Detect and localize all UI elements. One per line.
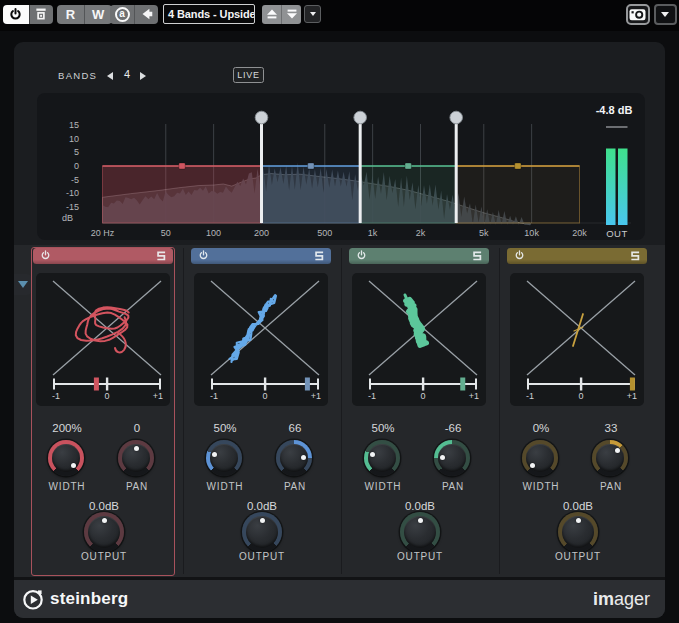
solo-icon	[315, 251, 324, 261]
live-button[interactable]: LIVE	[233, 67, 264, 83]
output-label: OUTPUT	[239, 551, 285, 562]
output-value: 0.0dB	[563, 500, 593, 512]
out-label: OUT	[606, 228, 628, 239]
band-power-button[interactable]	[198, 250, 209, 261]
width-label: WIDTH	[49, 481, 86, 492]
freq-axis-tick: 500	[317, 228, 332, 238]
knob-indicator-dot	[576, 518, 581, 523]
correlation-scale-max: +1	[469, 391, 479, 401]
band-solo-button[interactable]	[473, 251, 482, 261]
band-column-3: -1 0 +1 50% -66 WIDTH PAN 0.0dB OUTPUT	[348, 246, 490, 576]
collapse-tab[interactable]	[14, 274, 31, 295]
output-value: 0.0dB	[247, 500, 277, 512]
freq-axis-tick: 20k	[572, 228, 587, 238]
write-automation-button[interactable]: W	[84, 5, 112, 24]
band-solo-button[interactable]	[315, 251, 324, 261]
read-automation-label: R	[66, 7, 75, 22]
band-header[interactable]	[349, 248, 489, 265]
switch-ab-back-button[interactable]	[134, 5, 158, 24]
pan-knob[interactable]	[434, 440, 470, 476]
preset-down-icon	[285, 7, 299, 21]
freq-axis-tick: 1k	[368, 228, 378, 238]
band-solo-button[interactable]	[631, 251, 640, 261]
pan-label: PAN	[126, 481, 148, 492]
freq-axis-tick: 10k	[524, 228, 539, 238]
automation-compare-letter: a	[119, 8, 125, 19]
correlation-scale-max: +1	[627, 391, 637, 401]
width-knob[interactable]	[364, 440, 400, 476]
width-label: WIDTH	[523, 481, 560, 492]
band-power-button[interactable]	[356, 250, 367, 261]
band-header[interactable]	[33, 248, 173, 265]
band-vectorscope: -1 0 +1	[194, 273, 328, 406]
db-axis-tick: 10	[53, 134, 79, 144]
bands-increase-button[interactable]	[137, 70, 149, 82]
output-label: OUTPUT	[81, 551, 127, 562]
automation-compare-button[interactable]: a	[110, 5, 134, 24]
knob-face	[210, 444, 238, 472]
preset-next-button[interactable]	[281, 5, 301, 24]
window-menu-button[interactable]	[654, 4, 677, 25]
knob-indicator-dot	[615, 448, 620, 453]
pan-label: PAN	[284, 481, 306, 492]
footer-bar: steinberg imager	[14, 580, 665, 618]
band-vectorscope: -1 0 +1	[36, 273, 170, 406]
width-knob[interactable]	[522, 440, 558, 476]
pan-value: 0	[134, 422, 140, 434]
preset-previous-button[interactable]	[262, 5, 281, 24]
knob-indicator-dot	[212, 452, 217, 457]
output-knob[interactable]	[400, 512, 440, 552]
pan-knob[interactable]	[276, 440, 312, 476]
width-knob[interactable]	[206, 440, 242, 476]
width-knob[interactable]	[48, 440, 84, 476]
knob-indicator-dot	[440, 455, 445, 460]
band-column-4: -1 0 +1 0% 33 WIDTH PAN 0.0dB OUTPUT	[506, 246, 648, 576]
steinberg-logo-icon	[22, 588, 45, 611]
pan-knob[interactable]	[118, 440, 154, 476]
band-column-1: -1 0 +1 200% 0 WIDTH PAN 0.0dB OUTPUT	[32, 246, 174, 576]
freq-axis-tick: 100	[206, 228, 221, 238]
read-automation-button[interactable]: R	[57, 5, 84, 24]
width-value: 50%	[371, 422, 394, 434]
output-knob[interactable]	[242, 512, 282, 552]
preset-name: 4 Bands - Upside Down	[164, 8, 255, 20]
window-menu-icon	[661, 12, 669, 17]
band-solo-button[interactable]	[157, 251, 166, 261]
chevron-right-icon	[140, 72, 146, 80]
preset-menu-button[interactable]	[304, 5, 321, 23]
vectorscope-graph	[352, 273, 486, 406]
correlation-scale-zero: 0	[420, 391, 425, 401]
width-label: WIDTH	[365, 481, 402, 492]
knob-face	[596, 444, 624, 472]
knob-indicator-dot	[370, 452, 375, 457]
column-divider	[183, 248, 184, 574]
preset-selector[interactable]: 4 Bands - Upside Down	[163, 4, 255, 24]
bands-count-value: 4	[120, 68, 134, 80]
product-name: imager	[593, 589, 650, 610]
toolbar: R W a 4 Bands - Upside Down	[0, 0, 679, 31]
bypass-button[interactable]	[29, 5, 54, 24]
pan-knob[interactable]	[592, 440, 628, 476]
bands-decrease-button[interactable]	[104, 70, 116, 82]
column-divider	[499, 248, 500, 574]
solo-icon	[631, 251, 640, 261]
band-header[interactable]	[191, 248, 331, 265]
output-knob[interactable]	[558, 512, 598, 552]
solo-icon	[157, 251, 166, 261]
spectrum-display[interactable]: 151050-5-10-1520 Hz501002005001k2k5k10k2…	[37, 93, 645, 240]
knob-indicator-dot	[134, 446, 139, 451]
output-knob[interactable]	[84, 512, 124, 552]
column-divider	[341, 248, 342, 574]
band-power-button[interactable]	[514, 250, 525, 261]
band-power-button[interactable]	[40, 250, 51, 261]
preset-menu-icon	[310, 12, 316, 16]
plugin-activate-button[interactable]	[3, 5, 29, 24]
spectrum-graph	[37, 93, 645, 240]
snapshot-camera-icon	[629, 8, 646, 21]
band-header[interactable]	[507, 248, 647, 265]
db-axis-tick: 15	[53, 120, 79, 130]
band-column-2: -1 0 +1 50% 66 WIDTH PAN 0.0dB OUTPUT	[190, 246, 332, 576]
power-icon	[40, 250, 51, 261]
output-value: 0.0dB	[89, 500, 119, 512]
snapshot-button[interactable]	[626, 4, 650, 25]
